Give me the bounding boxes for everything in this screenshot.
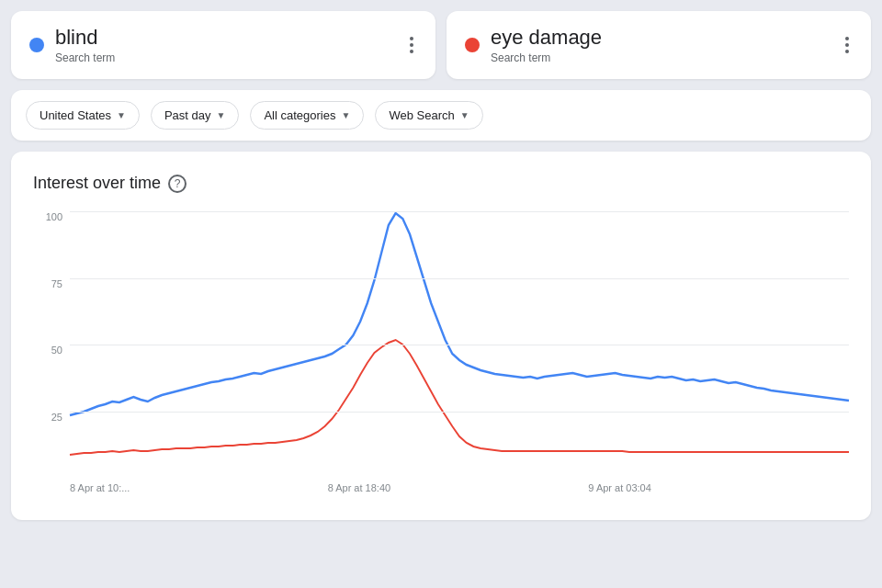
y-label-50: 50 — [33, 345, 70, 356]
chart-area: 100 75 50 25 8 Apr at 10:... 8 Apr at 18… — [33, 211, 849, 505]
grid-line-75 — [70, 278, 849, 279]
chevron-down-icon: ▼ — [342, 110, 351, 120]
search-term-sublabel-eye-damage: Search term — [491, 51, 602, 64]
x-label-mid: 8 Apr at 18:40 — [328, 482, 391, 493]
chart-title: Interest over time — [33, 174, 161, 193]
help-icon[interactable]: ? — [168, 175, 187, 193]
y-label-25: 25 — [33, 412, 70, 423]
grid-line-100 — [70, 211, 849, 212]
search-term-text-blind: blind Search term — [55, 26, 115, 64]
search-term-card-blind: blind Search term — [11, 11, 435, 79]
chevron-down-icon: ▼ — [117, 110, 126, 120]
blue-line — [70, 213, 849, 415]
chevron-down-icon: ▼ — [460, 110, 469, 120]
filter-time-label: Past day — [164, 108, 211, 122]
help-icon-label: ? — [175, 177, 181, 190]
filter-category[interactable]: All categories ▼ — [250, 101, 364, 130]
filter-region[interactable]: United States ▼ — [26, 101, 140, 130]
search-term-cards: blind Search term eye damage Search term — [11, 11, 871, 79]
x-label-start: 8 Apr at 10:... — [70, 482, 130, 493]
y-label-75: 75 — [33, 278, 70, 289]
search-term-label-blind: blind — [55, 26, 115, 50]
dot-blue — [29, 38, 44, 52]
search-term-left-eye-damage: eye damage Search term — [465, 26, 602, 64]
x-axis: 8 Apr at 10:... 8 Apr at 18:40 9 Apr at … — [70, 482, 849, 505]
search-term-card-eye-damage: eye damage Search term — [447, 11, 871, 79]
filters-bar: United States ▼ Past day ▼ All categorie… — [11, 90, 871, 141]
red-line — [70, 340, 849, 455]
y-label-100: 100 — [33, 211, 70, 222]
grid-line-25 — [70, 412, 849, 413]
chart-inner — [70, 211, 849, 478]
search-term-label-eye-damage: eye damage — [491, 26, 602, 50]
grid-line-50 — [70, 345, 849, 345]
x-label-end: 9 Apr at 03:04 — [588, 482, 651, 493]
y-axis: 100 75 50 25 — [33, 211, 70, 478]
search-term-left-blind: blind Search term — [29, 26, 115, 64]
chart-container: Interest over time ? 100 75 50 25 — [11, 152, 871, 520]
chevron-down-icon: ▼ — [217, 110, 226, 120]
dot-red — [465, 38, 480, 52]
chart-title-row: Interest over time ? — [33, 174, 849, 193]
search-term-sublabel-blind: Search term — [55, 51, 115, 64]
filter-region-label: United States — [40, 108, 111, 122]
more-options-blind[interactable] — [406, 33, 417, 57]
filter-search-type[interactable]: Web Search ▼ — [375, 101, 482, 130]
filter-category-label: All categories — [264, 108, 335, 122]
filter-time[interactable]: Past day ▼ — [151, 101, 240, 130]
filter-search-type-label: Web Search — [389, 108, 454, 122]
more-options-eye-damage[interactable] — [842, 33, 853, 57]
search-term-text-eye-damage: eye damage Search term — [491, 26, 602, 64]
